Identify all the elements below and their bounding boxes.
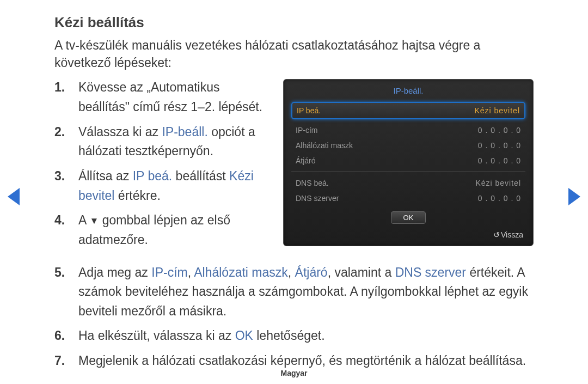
steps-list: 1. Kövesse az „Automatikus beállítás" cí…: [54, 78, 268, 255]
step-text: ,: [188, 265, 194, 279]
nav-next-arrow[interactable]: [568, 188, 580, 205]
row-label: Átjáró: [296, 156, 316, 165]
highlight-ip-cim: IP-cím: [151, 265, 187, 279]
step-text: Adja meg az: [78, 265, 151, 279]
step-text: Állítsa az: [78, 169, 133, 183]
step-text: A: [78, 213, 89, 227]
down-arrow-icon: ▼: [89, 214, 99, 228]
step-number: 7.: [54, 351, 78, 371]
row-label: DNS beá.: [296, 179, 329, 187]
row-ip-cim[interactable]: IP-cím 0 . 0 . 0 . 0: [291, 123, 525, 138]
step-text: ,: [288, 265, 295, 279]
row-label: Alhálózati maszk: [296, 141, 353, 150]
highlight-gateway: Átjáró: [295, 265, 328, 279]
row-value: 0 . 0 . 0 . 0: [478, 141, 521, 150]
row-label: DNS szerver: [296, 194, 339, 203]
step-6: 6. Ha elkészült, válassza ki az OK lehet…: [54, 326, 534, 346]
highlight-ok: OK: [235, 328, 253, 343]
step-1: 1. Kövesse az „Automatikus beállítás" cí…: [54, 78, 268, 117]
row-value: Kézi bevitel: [474, 106, 520, 115]
ok-button[interactable]: OK: [391, 211, 426, 224]
step-text: , valamint a: [328, 265, 395, 279]
nav-prev-arrow[interactable]: [8, 188, 20, 205]
row-subnet[interactable]: Alhálózati maszk 0 . 0 . 0 . 0: [291, 138, 525, 153]
step-text: Kövesse az „Automatikus beállítás" című …: [78, 80, 262, 114]
ip-settings-panel: IP-beáll. IP beá. Kézi bevitel IP-cím 0 …: [283, 79, 534, 246]
step-number: 2.: [54, 123, 78, 161]
step-4: 4. A ▼ gombbal lépjen az első adatmezőre…: [54, 211, 268, 249]
return-icon: ↻: [493, 230, 500, 239]
row-value: Kézi bevitel: [475, 179, 521, 187]
step-text: lehetőséget.: [253, 328, 325, 343]
highlight-subnet: Alhálózati maszk: [194, 265, 288, 279]
row-gateway[interactable]: Átjáró 0 . 0 . 0 . 0: [291, 153, 525, 168]
step-number: 3.: [54, 167, 78, 205]
step-text: értékre.: [114, 188, 160, 203]
step-text: Ha elkészült, válassza ki az: [78, 328, 235, 343]
intro-text: A tv-készülék manuális vezetékes hálózat…: [54, 36, 534, 71]
row-label: IP beá.: [297, 106, 321, 115]
separator: [291, 172, 525, 172]
row-value: 0 . 0 . 0 . 0: [478, 156, 521, 165]
back-button[interactable]: ↻Vissza: [291, 227, 525, 240]
row-dns-mode[interactable]: DNS beá. Kézi bevitel: [291, 175, 525, 191]
highlight-ip-beall: IP-beáll.: [162, 125, 207, 139]
step-text: Válassza ki az: [78, 125, 162, 139]
page-title: Kézi beállítás: [54, 14, 534, 31]
footer-language: Magyar: [0, 369, 588, 377]
step-text: beállítást: [172, 169, 229, 183]
row-label: IP-cím: [296, 126, 317, 135]
step-number: 6.: [54, 326, 78, 346]
step-2: 2. Válassza ki az IP-beáll. opciót a hál…: [54, 123, 268, 161]
highlight-ip-bea: IP beá.: [133, 169, 172, 183]
row-ip-mode[interactable]: IP beá. Kézi bevitel: [291, 102, 525, 119]
back-label: Vissza: [501, 230, 523, 239]
steps-list-cont: 5. Adja meg az IP-cím, Alhálózati maszk,…: [54, 263, 534, 371]
step-text: Megjelenik a hálózati csatlakozási képer…: [78, 353, 526, 368]
highlight-dns-server: DNS szerver: [395, 265, 466, 279]
row-value: 0 . 0 . 0 . 0: [478, 194, 521, 203]
step-number: 5.: [54, 263, 78, 321]
step-number: 4.: [54, 211, 78, 249]
step-7: 7. Megjelenik a hálózati csatlakozási ké…: [54, 351, 534, 371]
panel-title: IP-beáll.: [291, 85, 525, 101]
step-number: 1.: [54, 78, 78, 117]
row-value: 0 . 0 . 0 . 0: [478, 126, 521, 135]
step-3: 3. Állítsa az IP beá. beállítást Kézi be…: [54, 167, 268, 205]
row-dns-server[interactable]: DNS szerver 0 . 0 . 0 . 0: [291, 191, 525, 206]
step-5: 5. Adja meg az IP-cím, Alhálózati maszk,…: [54, 263, 534, 321]
step-text: gombbal lépjen az első adatmezőre.: [78, 213, 230, 247]
